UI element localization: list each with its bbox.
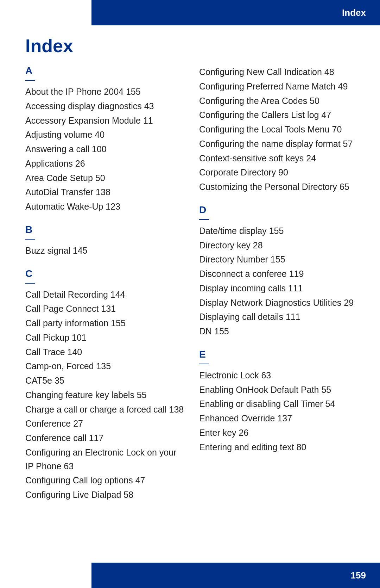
entry-a-8: AutoDial Transfer 138: [25, 185, 185, 199]
section-letter-c: C: [25, 268, 185, 279]
entry-d-1: Date/time display 155: [199, 224, 359, 238]
entry-rc-8: Corporate Directory 90: [199, 166, 359, 179]
entry-e-1: Electronic Lock 63: [199, 369, 359, 382]
entry-d-2: Directory key 28: [199, 239, 359, 252]
entry-rc-3: Configuring the Area Codes 50: [199, 94, 359, 108]
entry-rc-5: Configuring the Local Tools Menu 70: [199, 123, 359, 136]
section-letter-e: E: [199, 349, 359, 360]
page-title: Index: [25, 35, 73, 56]
entry-d-5: Display incoming calls 111: [199, 281, 359, 295]
entry-rc-4: Configuring the Callers List log 47: [199, 108, 359, 122]
entry-e-3: Enabling or disabling Call Timer 54: [199, 397, 359, 411]
section-a-underline: [25, 80, 35, 81]
section-letter-b: B: [25, 224, 185, 235]
entry-e-6: Entering and editing text 80: [199, 440, 359, 454]
section-letter-a: A: [25, 65, 185, 76]
entry-c-4: Call Pickup 101: [25, 331, 185, 345]
entry-a-3: Accessory Expansion Module 11: [25, 114, 185, 128]
entry-a-6: Applications 26: [25, 157, 185, 171]
header-bar: Index: [91, 0, 380, 25]
entry-c-14: Configuring Live Dialpad 58: [25, 488, 185, 502]
entry-d-6: Display Network Diagnostics Utilities 29: [199, 296, 359, 310]
entry-a-9: Automatic Wake-Up 123: [25, 200, 185, 213]
entry-c-13: Configuring Call log options 47: [25, 474, 185, 487]
section-e-underline: [199, 364, 209, 364]
entry-rc-6: Configuring the name display format 57: [199, 137, 359, 151]
entry-a-5: Answering a call 100: [25, 142, 185, 156]
entry-c-9: Charge a call or charge a forced call 13…: [25, 403, 185, 416]
entry-d-3: Directory Number 155: [199, 253, 359, 266]
entry-c-12: Configuring an Electronic Lock on your I…: [25, 446, 185, 473]
footer-left-space: [0, 563, 91, 588]
entry-e-5: Enter key 26: [199, 426, 359, 440]
entry-c-2: Call Page Connect 131: [25, 302, 185, 316]
entry-a-7: Area Code Setup 50: [25, 171, 185, 185]
section-d-underline: [199, 219, 209, 220]
entry-rc-9: Customizing the Personal Directory 65: [199, 180, 359, 194]
section-c: C Call Detail Recording 144 Call Page Co…: [25, 268, 185, 502]
left-column: A About the IP Phone 2004 155 Accessing …: [25, 65, 185, 553]
section-a: A About the IP Phone 2004 155 Accessing …: [25, 65, 185, 214]
entry-d-7: Displaying call details 111: [199, 310, 359, 324]
entry-d-4: Disconnect a conferee 119: [199, 267, 359, 281]
entry-c-1: Call Detail Recording 144: [25, 288, 185, 302]
entry-rc-1: Configuring New Call Indication 48: [199, 65, 359, 79]
section-b-underline: [25, 239, 35, 240]
header-title: Index: [342, 7, 366, 18]
entry-d-8: DN 155: [199, 324, 359, 338]
right-column: Configuring New Call Indication 48 Confi…: [199, 65, 359, 553]
entry-c-7: CAT5e 35: [25, 374, 185, 388]
page-number: 159: [351, 570, 366, 581]
section-e: E Electronic Lock 63 Enabling OnHook Def…: [199, 349, 359, 455]
content-area: A About the IP Phone 2004 155 Accessing …: [25, 65, 359, 553]
entry-a-1: About the IP Phone 2004 155: [25, 85, 185, 99]
section-b: B Buzz signal 145: [25, 224, 185, 258]
entry-c-3: Call party information 155: [25, 316, 185, 330]
entry-a-2: Accessing display diagnostics 43: [25, 99, 185, 113]
entry-c-6: Camp-on, Forced 135: [25, 359, 185, 373]
section-c-underline: [25, 283, 35, 284]
entry-c-8: Changing feature key labels 55: [25, 388, 185, 402]
section-letter-d: D: [199, 204, 359, 216]
entry-e-2: Enabling OnHook Default Path 55: [199, 383, 359, 397]
header-left-space: [0, 0, 91, 25]
section-d: D Date/time display 155 Directory key 28…: [199, 204, 359, 339]
entry-rc-2: Configuring Preferred Name Match 49: [199, 80, 359, 93]
entry-c-11: Conference call 117: [25, 431, 185, 445]
entry-e-4: Enhanced Override 137: [199, 411, 359, 425]
entry-rc-7: Context-sensitive soft keys 24: [199, 151, 359, 165]
entry-c-10: Conference 27: [25, 417, 185, 431]
entry-b-1: Buzz signal 145: [25, 244, 185, 258]
entry-c-5: Call Trace 140: [25, 345, 185, 359]
section-c-continued: Configuring New Call Indication 48 Confi…: [199, 65, 359, 194]
footer-bar: 159: [91, 563, 380, 588]
entry-a-4: Adjusting volume 40: [25, 128, 185, 142]
